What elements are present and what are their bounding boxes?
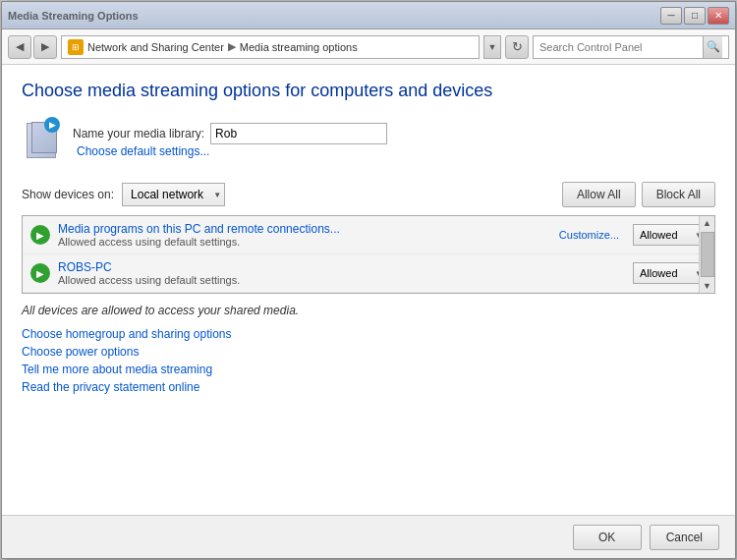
nav-buttons: ◀ ▶ (8, 35, 57, 59)
bottom-bar: OK Cancel (2, 515, 735, 558)
status-dropdown-wrapper-1: Allowed Blocked (633, 262, 707, 284)
media-library-icon: ▶ (22, 117, 61, 164)
block-all-button[interactable]: Block All (642, 182, 715, 207)
maximize-button[interactable]: □ (684, 7, 706, 25)
device-sub-0: Allowed access using default settings. (58, 236, 551, 248)
main-window: Media Streaming Options ─ □ ✕ ◀ ▶ ⊞ Netw… (1, 1, 736, 559)
allow-block-buttons: Allow All Block All (562, 182, 715, 207)
ok-button[interactable]: OK (573, 525, 642, 550)
show-devices-dropdown-wrapper: Local network (122, 183, 225, 206)
refresh-button[interactable]: ↻ (505, 35, 529, 59)
all-allowed-text: All devices are allowed to access your s… (22, 304, 715, 317)
library-label: Name your media library: (73, 127, 204, 140)
library-name-input[interactable] (210, 123, 387, 144)
table-row: ▶ Media programs on this PC and remote c… (23, 216, 714, 254)
stream-icon-1: ▶ (30, 263, 50, 283)
back-button[interactable]: ◀ (8, 35, 31, 59)
title-bar-text: Media Streaming Options (8, 10, 139, 22)
status-dropdown-0[interactable]: Allowed Blocked (633, 224, 707, 246)
close-button[interactable]: ✕ (708, 7, 729, 25)
scrollbar[interactable]: ▲ ▼ (699, 216, 714, 293)
link-power[interactable]: Choose power options (22, 345, 715, 359)
status-dropdown-wrapper-0: Allowed Blocked (633, 224, 707, 246)
content-area: Choose media streaming options for compu… (2, 65, 735, 515)
link-privacy[interactable]: Read the privacy statement online (22, 380, 715, 394)
address-bar: ◀ ▶ ⊞ Network and Sharing Center ▶ Media… (2, 29, 735, 65)
library-input-row: Name your media library: (73, 123, 387, 144)
page-title: Choose media streaming options for compu… (22, 81, 715, 101)
stream-icon-0: ▶ (30, 225, 50, 245)
address-dropdown[interactable]: ▼ (483, 35, 501, 59)
allow-all-button[interactable]: Allow All (562, 182, 636, 207)
device-info-0: Media programs on this PC and remote con… (58, 222, 551, 248)
link-about-streaming[interactable]: Tell me more about media streaming (22, 363, 715, 376)
forward-button[interactable]: ▶ (33, 35, 57, 59)
show-devices-row: Show devices on: Local network Allow All… (22, 182, 715, 207)
show-devices-label: Show devices on: (22, 188, 114, 201)
device-name-1[interactable]: ROBS-PC (58, 260, 625, 274)
status-dropdown-1[interactable]: Allowed Blocked (633, 262, 707, 284)
device-sub-1: Allowed access using default settings. (58, 274, 625, 286)
links-section: Choose homegroup and sharing options Cho… (22, 327, 715, 394)
devices-list: ▶ Media programs on this PC and remote c… (22, 215, 715, 294)
path-icon: ⊞ (68, 39, 84, 55)
scroll-up-arrow[interactable]: ▲ (701, 216, 714, 230)
path-part-1: Network and Sharing Center (87, 41, 224, 53)
search-input[interactable] (539, 41, 699, 53)
media-library-row: ▶ Name your media library: Choose defaul… (22, 117, 715, 164)
title-bar: Media Streaming Options ─ □ ✕ (2, 2, 735, 29)
scroll-thumb[interactable] (701, 232, 714, 277)
device-name-0[interactable]: Media programs on this PC and remote con… (58, 222, 551, 236)
scroll-down-arrow[interactable]: ▼ (701, 279, 714, 293)
show-devices-dropdown[interactable]: Local network (122, 183, 225, 206)
search-box-container: 🔍 (533, 35, 729, 59)
table-row: ▶ ROBS-PC Allowed access using default s… (23, 254, 714, 293)
default-settings-link[interactable]: Choose default settings... (77, 144, 209, 158)
address-path: ⊞ Network and Sharing Center ▶ Media str… (61, 35, 480, 59)
device-info-1: ROBS-PC Allowed access using default set… (58, 260, 625, 286)
link-homegroup[interactable]: Choose homegroup and sharing options (22, 327, 715, 341)
cancel-button[interactable]: Cancel (650, 525, 719, 550)
customize-link-0[interactable]: Customize... (559, 229, 619, 241)
title-bar-buttons: ─ □ ✕ (660, 7, 729, 25)
path-separator: ▶ (228, 40, 236, 53)
path-part-2: Media streaming options (240, 41, 358, 53)
search-icon[interactable]: 🔍 (703, 36, 722, 58)
minimize-button[interactable]: ─ (660, 7, 682, 25)
library-form: Name your media library: Choose default … (73, 123, 387, 158)
